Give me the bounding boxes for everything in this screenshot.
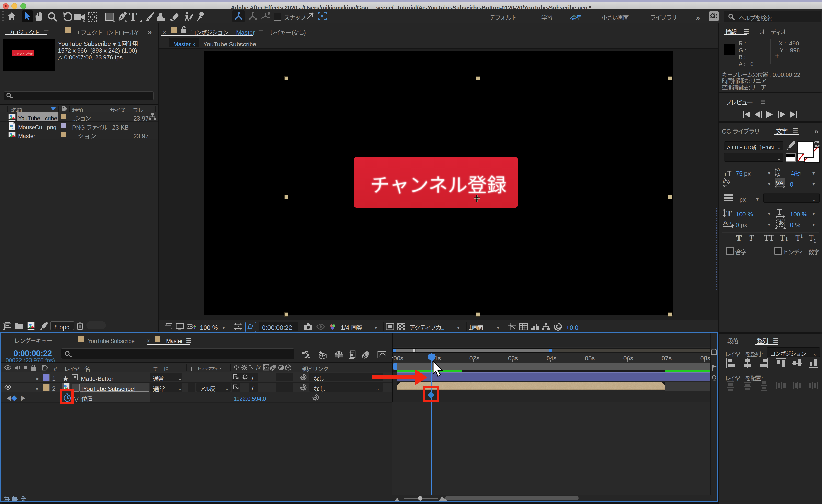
svg-text:PNG: PNG	[10, 128, 14, 130]
svg-text:A: A	[723, 219, 728, 227]
svg-text:a: a	[728, 219, 732, 226]
svg-text:A: A	[777, 167, 780, 172]
svg-text:A: A	[777, 173, 780, 177]
svg-text:T: T	[726, 209, 732, 217]
svg-text:あ: あ	[778, 218, 784, 227]
svg-text:T: T	[777, 208, 782, 216]
